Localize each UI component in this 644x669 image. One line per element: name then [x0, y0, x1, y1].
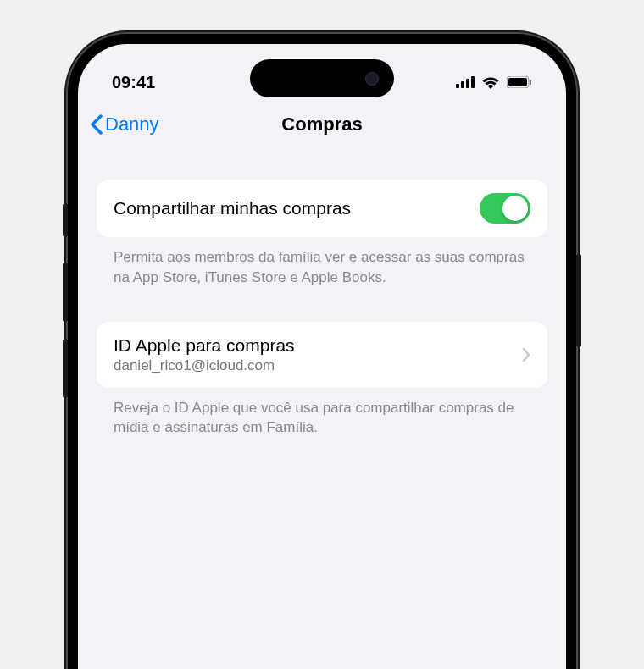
apple-id-row[interactable]: ID Apple para compras daniel_rico1@iclou… [97, 322, 547, 388]
camera-icon [365, 72, 379, 86]
side-button [63, 203, 68, 237]
apple-id-label: ID Apple para compras [114, 335, 514, 356]
back-button[interactable]: Danny [90, 113, 159, 135]
share-purchases-label: Compartilhar minhas compras [114, 198, 351, 218]
svg-rect-2 [466, 79, 469, 88]
back-label: Danny [105, 113, 159, 135]
wifi-icon [481, 75, 500, 89]
side-button [576, 254, 581, 347]
share-purchases-footer: Permita aos membros da família ver e ace… [97, 237, 547, 288]
chevron-right-icon [522, 347, 530, 362]
svg-rect-6 [530, 80, 531, 85]
side-button [63, 339, 68, 398]
share-purchases-section: Compartilhar minhas compras Permita aos … [97, 180, 547, 288]
apple-id-section: ID Apple para compras daniel_rico1@iclou… [97, 322, 547, 439]
dynamic-island [250, 59, 394, 97]
status-time: 09:41 [112, 73, 155, 92]
svg-rect-1 [461, 81, 464, 88]
svg-rect-0 [456, 84, 459, 88]
chevron-left-icon [90, 114, 103, 135]
share-purchases-row[interactable]: Compartilhar minhas compras [97, 180, 547, 237]
navigation-bar: Danny Compras [78, 103, 566, 146]
toggle-knob [502, 196, 528, 221]
apple-id-text: ID Apple para compras daniel_rico1@iclou… [114, 335, 514, 374]
svg-rect-5 [508, 78, 527, 86]
battery-icon [507, 76, 532, 88]
page-title: Compras [281, 113, 362, 135]
content: Compartilhar minhas compras Permita aos … [78, 146, 566, 438]
status-icons [456, 75, 532, 89]
phone-frame: 09:41 [68, 34, 576, 669]
screen: 09:41 [78, 44, 566, 669]
svg-rect-3 [471, 76, 475, 88]
side-button [63, 263, 68, 322]
share-purchases-toggle[interactable] [480, 193, 530, 224]
cellular-icon [456, 76, 475, 88]
apple-id-value: daniel_rico1@icloud.com [114, 357, 514, 374]
apple-id-footer: Reveja o ID Apple que você usa para comp… [97, 388, 547, 439]
